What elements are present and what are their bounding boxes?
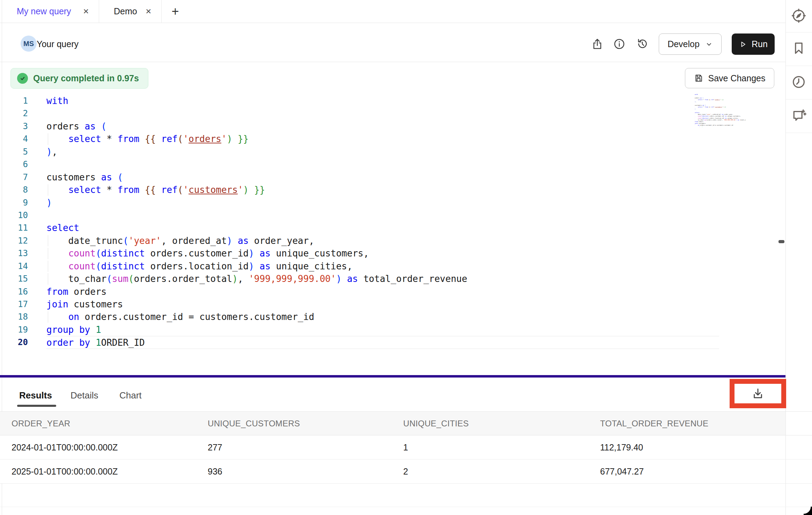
line-number: 9: [0, 196, 28, 209]
run-button[interactable]: Run: [732, 33, 775, 55]
share-icon[interactable]: [591, 38, 604, 50]
run-label: Run: [752, 39, 768, 49]
header-border: [0, 62, 785, 62]
code-line-15[interactable]: to_char(sum(orders.order_total), '999,99…: [46, 273, 719, 285]
code-line-10[interactable]: [46, 209, 719, 222]
column-header[interactable]: ORDER_YEAR: [12, 419, 208, 428]
sidebar-border: [785, 0, 786, 515]
code-line-4[interactable]: select * from {{ ref('orders') }}: [46, 133, 719, 145]
column-header[interactable]: UNIQUE_CUSTOMERS: [208, 419, 403, 428]
save-changes-button[interactable]: Save Changes: [685, 68, 774, 88]
code-editor[interactable]: withorders as ( select * from {{ ref('or…: [46, 95, 719, 349]
line-number: 6: [0, 158, 28, 171]
line-number: 13: [0, 247, 28, 260]
table-cell: 112,179.40: [600, 442, 785, 453]
code-line-17[interactable]: join customers: [46, 298, 719, 311]
code-line-1[interactable]: with: [46, 95, 719, 107]
compass-icon[interactable]: [791, 8, 806, 23]
tab-label: Demo: [114, 6, 137, 16]
table-row[interactable]: 2025-01-01T00:00:00.000Z9362677,047.27: [0, 460, 785, 484]
line-number: 12: [0, 234, 28, 247]
panel-divider[interactable]: [0, 375, 785, 378]
line-number: 15: [0, 273, 28, 285]
editor-scrollbar-marker[interactable]: [778, 240, 784, 243]
line-number: 16: [0, 285, 28, 298]
editor-line-numbers: 1234567891011121314151617181920: [0, 95, 28, 349]
code-line-12[interactable]: date_trunc('year', ordered_at) as order_…: [46, 234, 719, 247]
tab-my-new-query[interactable]: My new query ✕: [2, 0, 99, 23]
tab-details[interactable]: Details: [71, 390, 98, 401]
code-line-16[interactable]: from orders: [46, 285, 719, 298]
play-icon: [739, 40, 747, 48]
code-line-5[interactable]: ),: [46, 145, 719, 158]
line-number: 18: [0, 311, 28, 323]
line-number: 8: [0, 184, 28, 196]
code-line-3[interactable]: orders as (: [46, 120, 719, 133]
develop-dropdown[interactable]: Develop: [659, 33, 722, 55]
editor-minimap[interactable]: withorders as ( select * from {{ ref('or…: [695, 94, 746, 127]
line-number: 11: [0, 222, 28, 234]
code-line-6[interactable]: [46, 158, 719, 171]
query-ide-window: My new query ✕ Demo ✕ + MS Your query De…: [0, 0, 812, 515]
active-tab-underline: [17, 405, 56, 407]
clock-icon[interactable]: [791, 74, 806, 90]
table-cell: 2: [403, 467, 600, 477]
avatar[interactable]: MS: [21, 36, 37, 52]
table-border: [0, 507, 812, 507]
status-text: Query completed in 0.97s: [33, 73, 139, 83]
code-line-13[interactable]: count(distinct orders.customer_id) as un…: [46, 247, 719, 260]
new-tab-button[interactable]: +: [165, 0, 186, 23]
tab-results[interactable]: Results: [19, 390, 52, 401]
screen-corner: [804, 507, 812, 515]
download-icon[interactable]: [751, 387, 765, 401]
column-header[interactable]: TOTAL_ORDER_REVENUE: [600, 419, 785, 428]
code-line-11[interactable]: select: [46, 222, 719, 234]
line-number: 17: [0, 298, 28, 311]
close-icon[interactable]: ✕: [83, 7, 89, 16]
status-badge: Query completed in 0.97s: [10, 68, 148, 89]
ai-chat-icon[interactable]: [791, 108, 806, 124]
tab-demo[interactable]: Demo ✕: [99, 0, 162, 23]
table-header-row: ORDER_YEARUNIQUE_CUSTOMERSUNIQUE_CITIEST…: [0, 412, 785, 435]
code-line-9[interactable]: ): [46, 196, 719, 209]
sidebar-separator: [786, 99, 812, 99]
table-border: [0, 483, 812, 484]
table-row[interactable]: 2024-01-01T00:00:00.000Z2771112,179.40: [0, 435, 785, 460]
line-number: 4: [0, 133, 28, 145]
line-number: 14: [0, 260, 28, 273]
line-number: 3: [0, 120, 28, 133]
info-icon[interactable]: [613, 38, 626, 50]
table-cell: 1: [403, 442, 600, 453]
table-cell: 936: [208, 467, 403, 477]
annotation-highlight-box: [730, 379, 786, 408]
bookmark-icon[interactable]: [791, 40, 806, 56]
column-header[interactable]: UNIQUE_CITIES: [403, 419, 600, 428]
code-line-18[interactable]: on orders.customer_id = customers.custom…: [46, 311, 719, 323]
table-cell: 2024-01-01T00:00:00.000Z: [12, 442, 208, 453]
table-border: [0, 459, 812, 460]
code-line-7[interactable]: customers as (: [46, 171, 719, 184]
develop-label: Develop: [667, 39, 700, 49]
code-line-20[interactable]: order by 1ORDER_ID: [46, 336, 719, 349]
code-line-14[interactable]: count(distinct orders.location_id) as un…: [46, 260, 719, 273]
page-title: Your query: [37, 39, 79, 49]
code-line-19[interactable]: group by 1: [695, 126, 702, 127]
sidebar-separator: [786, 32, 812, 32]
close-icon[interactable]: ✕: [145, 7, 152, 16]
code-line-2[interactable]: [46, 107, 719, 120]
code-line-19[interactable]: group by 1: [46, 323, 719, 336]
line-number: 7: [0, 171, 28, 184]
line-number: 5: [0, 145, 28, 158]
chevron-down-icon: [705, 40, 713, 48]
table-cell: 277: [208, 442, 403, 453]
tab-chart[interactable]: Chart: [119, 390, 142, 401]
history-icon[interactable]: [636, 38, 649, 50]
sidebar-separator: [786, 66, 812, 66]
line-number: 2: [0, 107, 28, 120]
table-cell: 2025-01-01T00:00:00.000Z: [12, 467, 208, 477]
code-line-8[interactable]: select * from {{ ref('customers') }}: [46, 184, 719, 196]
line-number: 10: [0, 209, 28, 222]
save-icon: [694, 73, 703, 83]
tabbar-border: [0, 23, 785, 23]
save-label: Save Changes: [708, 73, 765, 83]
